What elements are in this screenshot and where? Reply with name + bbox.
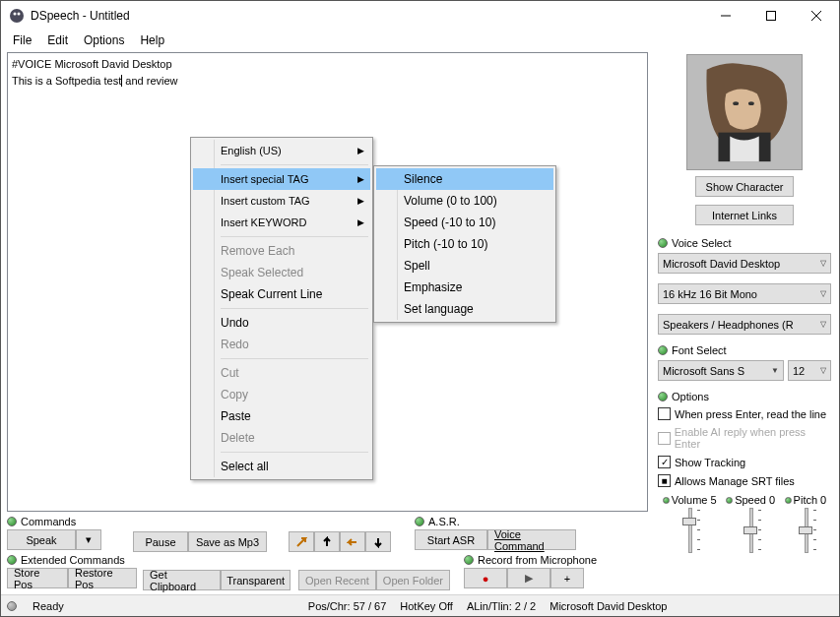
context-submenu: Silence Volume (0 to 100) Speed (-10 to … [373,165,556,323]
arrow-up-left-button[interactable] [289,531,314,552]
menu-options[interactable]: Options [76,31,132,49]
internet-links-button[interactable]: Internet Links [695,205,794,225]
speak-dropdown-button[interactable]: ▾ [76,529,101,550]
bullet-icon [658,345,668,355]
font-select-label: Font Select [672,344,727,356]
status-pos: Pos/Chr: 57 / 67 [308,600,387,612]
get-clipboard-button[interactable]: Get Clipboard [143,570,221,590]
open-recent-button[interactable]: Open Recent [298,570,376,590]
record-button[interactable]: ● [464,568,507,588]
speed-label: Speed 0 [735,494,775,506]
restore-pos-button[interactable]: Restore Pos [68,568,137,588]
checkbox-read-enter[interactable] [658,407,671,420]
bullet-icon [415,517,424,526]
sm-silence[interactable]: Silence [376,168,553,190]
cm-redo: Redo [193,334,370,355]
bullet-icon [7,517,17,526]
cm-delete: Delete [193,427,370,449]
add-recording-button[interactable]: + [550,568,584,588]
bullet-icon [658,238,668,248]
sm-set-language[interactable]: Set language [376,298,553,320]
cm-insert-keyword[interactable]: Insert KEYWORD▶ [193,212,370,233]
app-icon [9,8,25,24]
cm-speak-selected: Speak Selected [193,262,370,283]
pitch-label: Pitch 0 [794,494,827,506]
minimize-button[interactable] [703,1,748,31]
bullet-icon [464,555,474,565]
svg-point-0 [10,9,24,23]
cm-speak-current-line[interactable]: Speak Current Line [193,283,370,305]
cm-select-all[interactable]: Select all [193,456,370,477]
start-asr-button[interactable]: Start ASR [415,529,487,550]
speak-button[interactable]: Speak [7,529,76,550]
record-label: Record from Microphone [478,554,597,566]
context-menu: English (US)▶ Insert special TAG▶ Insert… [190,137,373,480]
open-folder-button[interactable]: Open Folder [376,570,450,590]
cm-cut: Cut [193,362,370,384]
svg-point-1 [14,13,17,16]
show-character-button[interactable]: Show Character [695,176,794,197]
asr-label: A.S.R. [428,516,460,527]
menu-edit[interactable]: Edit [39,31,76,49]
extended-commands-label: Extended Commands [21,554,125,566]
svg-point-2 [18,13,21,16]
pitch-slider[interactable] [799,508,812,553]
menu-file[interactable]: File [5,31,39,49]
pause-button[interactable]: Pause [133,531,188,552]
sm-spell[interactable]: Spell [376,255,553,277]
save-mp3-button[interactable]: Save as Mp3 [188,531,267,552]
sm-volume[interactable]: Volume (0 to 100) [376,190,553,212]
speed-slider[interactable] [743,508,757,553]
play-button[interactable]: ▶ [507,568,550,588]
checkbox-ai-reply [658,432,671,445]
transparent-button[interactable]: Transparent [221,570,291,590]
bullet-icon [658,392,668,401]
checkbox-srt[interactable]: ■ [658,474,671,487]
store-pos-button[interactable]: Store Pos [7,568,68,588]
volume-label: Volume 5 [672,494,717,506]
cm-paste[interactable]: Paste [193,405,370,427]
character-avatar [686,54,803,170]
arrow-left-button[interactable] [340,531,365,552]
svg-point-9 [748,101,754,105]
editor-line: This is a Softpedia test and review [12,73,643,90]
statusbar: Ready Pos/Chr: 57 / 67 HotKey Off ALin/T… [1,594,839,616]
editor-line: #VOICE Microsoft David Desktop [12,56,643,73]
menu-help[interactable]: Help [132,31,172,49]
format-select[interactable]: 16 kHz 16 Bit Mono▽ [658,283,831,304]
sm-emphasize[interactable]: Emphasize [376,277,553,298]
commands-label: Commands [21,516,76,527]
output-select[interactable]: Speakers / Headphones (R▽ [658,314,831,335]
voice-select[interactable]: Microsoft David Desktop▽ [658,253,831,274]
arrow-down-button[interactable] [365,531,391,552]
cm-insert-special-tag[interactable]: Insert special TAG▶ [193,168,370,190]
volume-slider[interactable] [682,508,696,553]
svg-rect-4 [767,12,776,21]
status-icon [7,601,17,611]
bullet-icon [663,497,670,504]
status-voice: Microsoft David Desktop [549,600,667,612]
sm-pitch[interactable]: Pitch (-10 to 10) [376,233,553,255]
svg-point-8 [733,101,739,105]
window-title: DSpeech - Untitled [31,9,703,23]
checkbox-show-tracking[interactable]: ✓ [658,456,671,468]
cm-insert-custom-tag[interactable]: Insert custom TAG▶ [193,190,370,212]
close-button[interactable] [794,1,839,31]
status-hotkey: HotKey Off [400,600,453,612]
arrow-up-button[interactable] [314,531,340,552]
menubar: File Edit Options Help [1,31,839,50]
cm-english[interactable]: English (US)▶ [193,140,370,161]
status-ready: Ready [32,600,64,612]
cm-remove-each: Remove Each [193,240,370,262]
cm-undo[interactable]: Undo [193,312,370,334]
font-size-select[interactable]: 12▽ [788,360,831,381]
bullet-icon [7,555,17,565]
bullet-icon [726,497,733,504]
font-select[interactable]: Microsoft Sans S▼ [658,360,784,381]
maximize-button[interactable] [748,1,794,31]
sm-speed[interactable]: Speed (-10 to 10) [376,212,553,233]
voice-command-button[interactable]: Voice Command [487,529,576,550]
status-alin: ALin/Tlin: 2 / 2 [467,600,536,612]
bullet-icon [785,497,792,504]
options-label: Options [672,391,709,402]
